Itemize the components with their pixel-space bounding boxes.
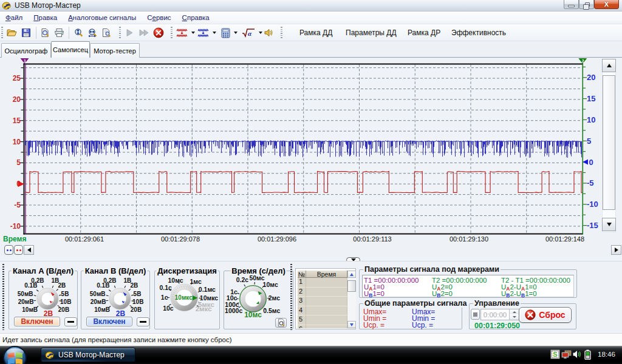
start-button[interactable] <box>3 346 27 364</box>
channel-b-wave-button[interactable] <box>197 26 216 39</box>
tab-мотор-тестер[interactable]: Мотор-тестер <box>90 43 140 58</box>
table-cell-time <box>306 315 347 325</box>
table-cell-num: 5 <box>298 315 306 325</box>
vertical-scrollbar[interactable] <box>602 59 616 232</box>
table-row[interactable]: 5 <box>298 315 347 325</box>
knob-value: 10мкс <box>175 294 193 301</box>
marker-param-value: UB2=0 <box>432 290 453 298</box>
table-row[interactable]: 6 <box>298 325 347 329</box>
punto-switcher-icon[interactable]: S <box>550 349 560 362</box>
menu-сервис[interactable]: Сервис <box>142 12 176 24</box>
table-column-header[interactable]: Время <box>306 271 347 278</box>
samples-table-scrollbar[interactable] <box>347 271 356 328</box>
table-row[interactable]: 4 <box>298 306 347 316</box>
params-dd-button[interactable]: Параметры ДД <box>343 26 399 39</box>
table-scroll-down-button[interactable] <box>347 321 356 328</box>
calculator-button[interactable] <box>221 26 238 39</box>
tab-осциллограф[interactable]: Осциллограф <box>1 43 51 58</box>
toolbar-grip[interactable] <box>119 27 121 39</box>
channel-a-group-title: Канал A (В/дел) <box>12 266 75 275</box>
sqrt-alpha-icon: α <box>242 28 255 38</box>
stop-record-button[interactable] <box>153 26 164 39</box>
sampling-knob[interactable]: 10с1с0.1с10мс1мс0.1мс10мкс5мкс2мкс10мкс <box>155 274 219 328</box>
channel-b-on-button[interactable]: Включен <box>86 317 132 326</box>
reset-button[interactable]: Сброс <box>519 307 572 323</box>
close-button[interactable]: X <box>594 0 619 9</box>
zoom-vertical-button[interactable] <box>73 26 84 39</box>
toolbar-grip[interactable] <box>1 27 3 39</box>
channel-b-collapse-button[interactable] <box>137 317 149 326</box>
math-function-button[interactable]: α <box>242 26 262 39</box>
channel-b-zero-marker[interactable] <box>583 160 588 165</box>
save-file-button[interactable] <box>21 26 31 39</box>
timer-field[interactable]: 0:00:00 <box>480 309 519 320</box>
table-row[interactable]: 1 <box>298 278 347 288</box>
channel-b-knob[interactable]: 10мВ20мВ50мВ0.1В0.2В1В2В5В10В20В2В <box>81 275 149 318</box>
wave-blue-icon <box>197 28 209 38</box>
menu-bar: ФайлПравкаАналоговые сигналыСервисСправк… <box>0 12 622 24</box>
network-monitors-icon[interactable] <box>561 349 572 362</box>
scroll-right-button[interactable] <box>611 245 621 255</box>
minimize-button[interactable] <box>564 0 579 9</box>
panel-grip[interactable] <box>2 264 4 330</box>
scroll-up-button[interactable] <box>602 59 616 72</box>
table-row[interactable]: 3 <box>298 297 347 306</box>
svg-text:2мс: 2мс <box>268 294 280 302</box>
restore-button[interactable] <box>579 0 594 9</box>
channel-a-wave-button[interactable] <box>176 26 195 39</box>
table-column-header[interactable]: № <box>298 271 306 278</box>
frame-dr-button[interactable]: Рамка ДР <box>405 26 443 39</box>
report-preview-button[interactable] <box>101 26 111 39</box>
red-x-sphere-icon <box>525 309 536 320</box>
signal-chart[interactable]: 2520151050-5-1020151050-5-10-151200:01:2… <box>0 58 622 264</box>
menu-правка[interactable]: Правка <box>28 12 63 24</box>
channel-a-group: Канал A (В/дел) 10мВ20мВ50мВ0.1В0.2В1В2В… <box>9 271 78 329</box>
channel-a-on-button[interactable]: Включен <box>14 317 60 326</box>
table-scrollbar-thumb[interactable] <box>347 280 356 292</box>
table-scroll-up-button[interactable] <box>347 271 356 278</box>
scroll-down-button[interactable] <box>602 218 616 231</box>
dropdown-arrow-icon[interactable] <box>259 32 262 34</box>
marker-b-dots-button[interactable] <box>4 245 13 255</box>
pause-timer-button[interactable] <box>471 309 480 320</box>
channel-a-collapse-button[interactable] <box>64 317 77 326</box>
menu-справка[interactable]: Справка <box>177 12 215 24</box>
dropdown-arrow-icon[interactable] <box>213 32 216 34</box>
open-file-button[interactable] <box>7 26 17 39</box>
svg-text:50мВ: 50мВ <box>90 291 106 297</box>
minimize-icon <box>568 5 575 7</box>
marker-a-dots-button[interactable] <box>14 245 23 255</box>
channel-a-knob[interactable]: 10мВ20мВ50мВ0.1В0.2В1В2В5В10В20В2В <box>9 275 77 318</box>
dropdown-arrow-icon[interactable] <box>191 32 195 34</box>
play-button[interactable] <box>125 26 134 39</box>
print-button[interactable] <box>54 26 64 39</box>
svg-text:2В: 2В <box>58 282 66 289</box>
general-params-title: Общие параметры сигнала <box>363 299 468 308</box>
zoom-table-button[interactable] <box>275 318 287 328</box>
right-axis-label: 20 <box>587 73 595 82</box>
svg-text:20В: 20В <box>58 306 69 313</box>
sound-button[interactable] <box>264 26 273 39</box>
scroll-left-button[interactable] <box>24 245 34 255</box>
table-row[interactable]: 2 <box>298 288 347 297</box>
timer-spin-down[interactable] <box>509 314 519 320</box>
menu-аналоговые-сигналы[interactable]: Аналоговые сигналы <box>63 12 142 24</box>
zoom-horizontal-button[interactable] <box>87 26 98 39</box>
svg-text:2: 2 <box>582 59 584 63</box>
tab-самописец[interactable]: Самописец <box>51 41 90 58</box>
battery-icon[interactable] <box>584 349 591 362</box>
fast-forward-button[interactable] <box>138 26 149 39</box>
vertical-scrollbar-thumb[interactable] <box>603 75 615 210</box>
efficiency-button[interactable]: Эффективность <box>449 26 508 39</box>
taskbar-app-button[interactable]: USB Мотор-Мастер <box>41 348 135 362</box>
print-preview-button[interactable] <box>40 26 50 39</box>
marker-param-value: UB2-UB1=0 <box>501 290 537 298</box>
channel-a-zero-marker[interactable] <box>18 181 25 187</box>
toolbar-grip[interactable] <box>281 27 282 39</box>
volume-icon[interactable] <box>572 349 582 362</box>
dropdown-arrow-icon[interactable] <box>234 32 238 34</box>
toolbar-grip[interactable] <box>171 27 173 39</box>
right-arrow-icon <box>615 248 618 252</box>
frame-dd-button[interactable]: Рамка ДД <box>297 26 335 39</box>
menu-файл[interactable]: Файл <box>0 12 28 24</box>
